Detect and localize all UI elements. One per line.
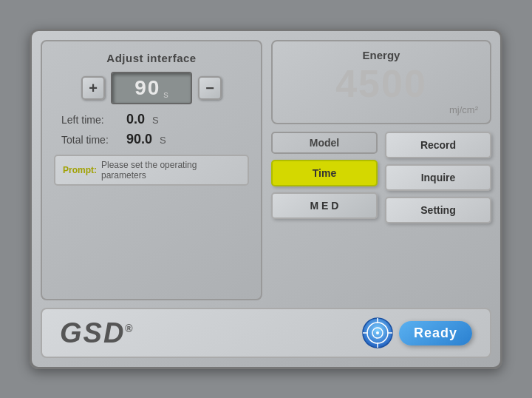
left-time-unit: S (152, 115, 159, 126)
brand-text: GSD (60, 317, 125, 348)
model-col: Model Time M E D (271, 132, 378, 300)
prompt-label: Prompt: (63, 165, 97, 175)
left-panel: Adjust interface + 90 s − Left time: 0.0… (41, 40, 262, 300)
energy-value: 4500 (284, 64, 478, 103)
med-button[interactable]: M E D (271, 192, 378, 219)
registered-mark: ® (125, 323, 134, 334)
prompt-text: Please set the operating parameters (101, 160, 240, 181)
energy-title: Energy (284, 49, 478, 61)
time-button[interactable]: Time (271, 160, 378, 186)
time-control: + 90 s − (54, 72, 249, 104)
time-display: 90 s (111, 72, 192, 104)
energy-unit: mj/cm² (284, 104, 478, 115)
action-col: Record Inquire Setting (385, 132, 491, 300)
total-time-label: Total time: (61, 134, 120, 146)
model-title: Model (271, 132, 378, 154)
left-time-row: Left time: 0.0 S (61, 112, 242, 127)
right-panel: Energy 4500 mj/cm² Model Time M E D Reco… (271, 40, 491, 300)
total-time-unit: S (160, 135, 166, 146)
main-frame: Adjust interface + 90 s − Left time: 0.0… (30, 29, 502, 369)
brand-logo: GSD® (60, 317, 134, 349)
time-unit: s (163, 89, 168, 100)
plus-button[interactable]: + (81, 76, 105, 100)
target-icon (362, 317, 393, 348)
svg-point-3 (376, 331, 379, 334)
inquire-button[interactable]: Inquire (385, 164, 491, 191)
record-button[interactable]: Record (385, 132, 491, 158)
top-section: Adjust interface + 90 s − Left time: 0.0… (41, 40, 491, 300)
total-time-row: Total time: 90.0 S (61, 132, 242, 147)
status-badge: Ready (362, 317, 472, 348)
time-rows: Left time: 0.0 S Total time: 90.0 S (54, 112, 249, 147)
setting-button[interactable]: Setting (385, 197, 491, 223)
time-value: 90 (134, 76, 160, 100)
ready-status: Ready (399, 321, 472, 345)
left-time-value: 0.0 (126, 112, 145, 127)
adjust-interface-title: Adjust interface (54, 52, 249, 64)
energy-panel: Energy 4500 mj/cm² (271, 40, 491, 124)
bottom-bar: GSD® Ready (41, 308, 491, 358)
model-buttons: Model Time M E D Record Inquire Setting (271, 132, 491, 300)
total-time-value: 90.0 (126, 132, 152, 147)
left-time-label: Left time: (61, 114, 120, 126)
minus-button[interactable]: − (198, 76, 222, 100)
prompt-bar: Prompt: Please set the operating paramet… (54, 155, 249, 186)
